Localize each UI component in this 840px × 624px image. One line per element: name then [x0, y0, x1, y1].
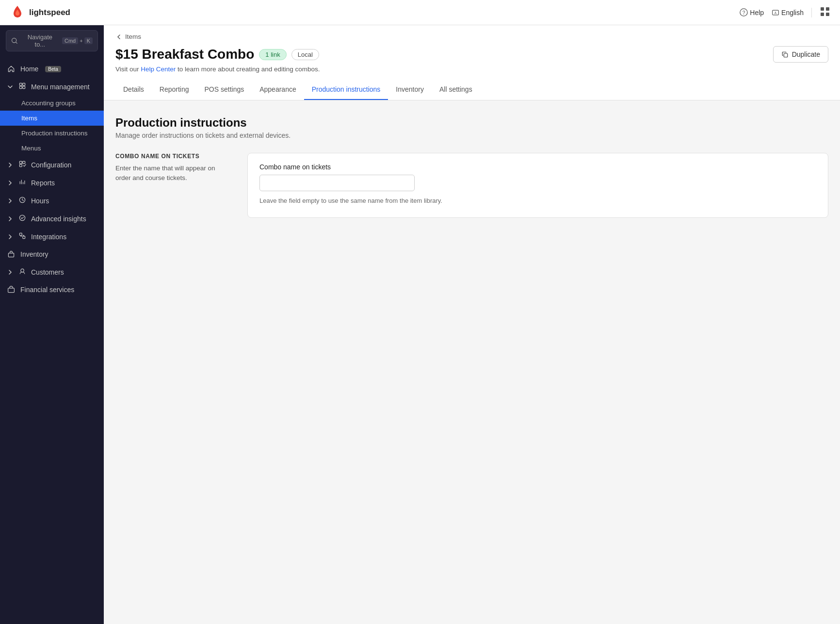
sidebar-navigation: Home Beta Menu management Accounting gro…	[0, 56, 104, 624]
combo-name-input[interactable]	[259, 175, 415, 191]
svg-rect-5	[826, 7, 829, 11]
lightspeed-logo-icon	[10, 5, 25, 20]
tab-production-instructions[interactable]: Production instructions	[304, 80, 388, 100]
logo[interactable]: lightspeed	[10, 5, 70, 20]
navigate-to-button[interactable]: Navigate to... Cmd + K	[6, 30, 98, 51]
help-link[interactable]: ? Help	[740, 8, 764, 16]
combo-name-section-desc: Enter the name that will appear on order…	[115, 164, 232, 183]
local-badge: Local	[291, 49, 319, 60]
language-icon: A	[772, 9, 779, 16]
svg-rect-23	[784, 53, 788, 57]
keyboard-shortcut: Cmd + K	[62, 37, 93, 44]
svg-rect-19	[23, 236, 25, 239]
sidebar-item-menus[interactable]: Menus	[0, 141, 104, 156]
accounting-groups-label: Accounting groups	[21, 99, 76, 107]
menu-management-subnav: Accounting groups Items Production instr…	[0, 96, 104, 156]
chevron-right-icon-customers	[7, 269, 14, 276]
sidebar-item-configuration[interactable]: Configuration	[0, 156, 104, 174]
search-icon	[11, 37, 18, 44]
language-label: English	[781, 9, 804, 16]
financial-services-icon	[7, 285, 16, 294]
financial-services-label: Financial services	[20, 286, 74, 294]
tab-details[interactable]: Details	[115, 80, 152, 100]
sidebar-item-inventory[interactable]: Inventory	[0, 246, 104, 263]
plus-symbol: +	[80, 38, 82, 44]
breadcrumb-label: Items	[125, 33, 141, 40]
home-icon	[7, 65, 16, 73]
sidebar-item-integrations[interactable]: Integrations	[0, 228, 104, 246]
svg-text:?: ?	[743, 10, 745, 16]
grid-icon	[820, 6, 830, 17]
help-icon: ?	[740, 8, 748, 16]
combo-name-section-title: COMBO NAME ON TICKETS	[115, 153, 232, 160]
tab-inventory[interactable]: Inventory	[388, 80, 432, 100]
chevron-right-icon-reports	[7, 180, 14, 186]
breadcrumb[interactable]: Items	[115, 33, 828, 40]
hours-label: Hours	[31, 197, 49, 205]
menu-management-icon	[18, 82, 26, 91]
topbar-divider	[811, 8, 812, 17]
tabs-navigation: Details Reporting POS settings Appearanc…	[115, 80, 828, 100]
sidebar-item-advanced-insights[interactable]: Advanced insights	[0, 210, 104, 228]
svg-rect-6	[821, 13, 824, 16]
navigate-to-label: Navigate to...	[22, 33, 58, 48]
duplicate-button[interactable]: Duplicate	[773, 46, 828, 63]
inventory-icon	[7, 250, 16, 259]
sidebar-section-menu-management[interactable]: Menu management	[0, 78, 104, 96]
sidebar-item-financial-services[interactable]: Financial services	[0, 281, 104, 298]
sidebar-item-customers[interactable]: Customers	[0, 263, 104, 281]
sidebar-item-reports[interactable]: Reports	[0, 174, 104, 192]
sidebar-item-home[interactable]: Home Beta	[0, 60, 104, 78]
menu-management-label: Menu management	[31, 83, 90, 91]
integrations-icon	[18, 232, 26, 241]
combo-name-settings-row: COMBO NAME ON TICKETS Enter the name tha…	[115, 153, 828, 218]
sidebar-item-production-instructions[interactable]: Production instructions	[0, 126, 104, 141]
integrations-label: Integrations	[31, 233, 66, 241]
language-selector[interactable]: A English	[772, 9, 804, 16]
svg-rect-13	[19, 161, 22, 164]
tab-reporting[interactable]: Reporting	[152, 80, 197, 100]
chevron-down-icon	[7, 83, 14, 90]
svg-rect-4	[821, 7, 824, 11]
svg-rect-20	[8, 253, 14, 257]
page-title-left: $15 Breakfast Combo 1 link Local	[115, 47, 319, 62]
svg-rect-18	[19, 233, 22, 235]
customers-label: Customers	[31, 268, 64, 276]
subtitle-suffix: to learn more about creating and editing…	[176, 66, 320, 73]
combo-name-field-hint: Leave the field empty to use the same na…	[259, 196, 816, 206]
svg-rect-9	[19, 83, 22, 85]
settings-label-column: COMBO NAME ON TICKETS Enter the name tha…	[115, 153, 232, 183]
logo-text: lightspeed	[29, 8, 70, 17]
svg-point-8	[12, 38, 16, 43]
hours-icon	[18, 196, 26, 205]
content-area: Production instructions Manage order ins…	[104, 100, 840, 233]
sidebar: Navigate to... Cmd + K Home Beta	[0, 25, 104, 624]
chevron-right-icon-insights	[7, 215, 14, 222]
svg-rect-7	[826, 13, 829, 16]
sidebar-item-accounting-groups[interactable]: Accounting groups	[0, 96, 104, 111]
tab-pos-settings[interactable]: POS settings	[197, 80, 252, 100]
help-center-link[interactable]: Help Center	[141, 66, 176, 73]
page-subtitle: Visit our Help Center to learn more abou…	[115, 66, 828, 73]
inventory-label: Inventory	[20, 250, 48, 258]
svg-rect-11	[19, 86, 22, 89]
page-header: Items $15 Breakfast Combo 1 link Local D…	[104, 25, 840, 100]
configuration-label: Configuration	[31, 161, 71, 169]
sidebar-item-items[interactable]: Items	[0, 111, 104, 126]
sidebar-search-area: Navigate to... Cmd + K	[0, 25, 104, 56]
advanced-insights-label: Advanced insights	[31, 215, 86, 223]
combo-name-card: Combo name on tickets Leave the field em…	[247, 153, 828, 218]
sidebar-item-hours[interactable]: Hours	[0, 192, 104, 210]
help-label: Help	[750, 9, 764, 16]
items-label: Items	[21, 115, 37, 122]
tab-appearance[interactable]: Appearance	[252, 80, 304, 100]
tab-all-settings[interactable]: All settings	[432, 80, 480, 100]
main-content: Items $15 Breakfast Combo 1 link Local D…	[104, 25, 840, 624]
chevron-right-icon	[7, 162, 14, 168]
section-title: Production instructions	[115, 116, 828, 130]
apps-grid-button[interactable]	[820, 6, 830, 18]
link-badge[interactable]: 1 link	[259, 49, 286, 60]
customers-icon	[18, 267, 26, 277]
topbar: lightspeed ? Help A English	[0, 0, 840, 25]
cmd-key: Cmd	[62, 37, 78, 44]
